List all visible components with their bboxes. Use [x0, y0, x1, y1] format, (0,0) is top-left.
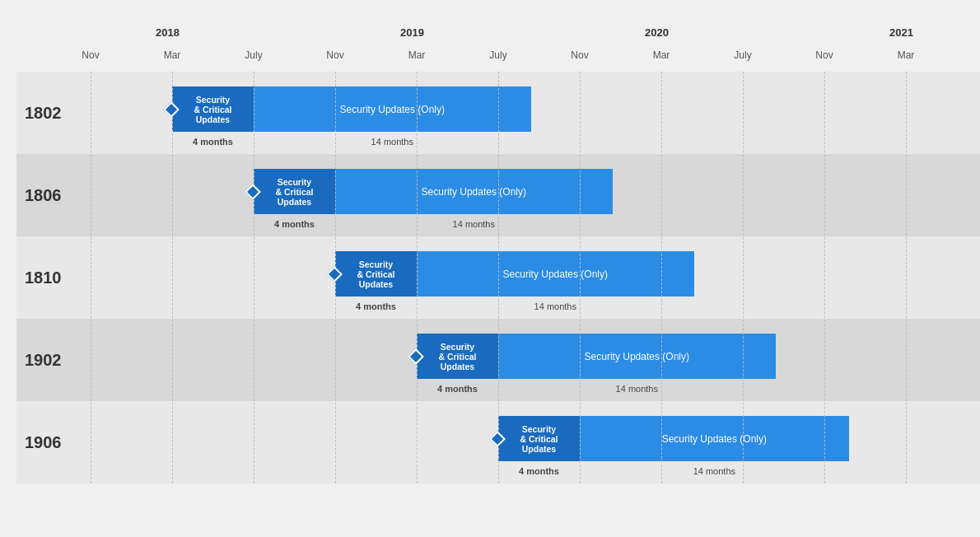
upd-bar-1902: Security Updates (Only)14 months: [498, 334, 776, 379]
year-label-2020: 2020: [645, 26, 669, 39]
diamond-1902: [408, 348, 424, 365]
vline-4: [417, 72, 418, 483]
sec-label-1810: 4 months: [335, 301, 417, 311]
vline-9: [824, 72, 825, 483]
vline-5: [498, 72, 499, 483]
year-label-2018: 2018: [156, 26, 180, 39]
vline-8: [743, 72, 744, 483]
sec-bar-1902: Security& CriticalUpdates4 months: [417, 334, 498, 379]
upd-bar-1810: Security Updates (Only)14 months: [417, 251, 694, 297]
sec-label-1906: 4 months: [498, 466, 580, 476]
sec-bar-1802: Security& CriticalUpdates4 months: [172, 86, 254, 132]
sec-bar-1810: Security& CriticalUpdates4 months: [335, 251, 417, 297]
year-label-2021: 2021: [889, 26, 913, 39]
upd-bar-1906: Security Updates (Only)14 months: [580, 416, 849, 461]
upd-label-1906: 14 months: [580, 466, 849, 476]
page: 1802 1806 1810 1902 1906 201820192020202…: [0, 0, 980, 537]
diamond-1810: [326, 266, 343, 283]
upd-bar-1806: Security Updates (Only)14 months: [335, 169, 613, 214]
row-label-1806: 1806: [16, 154, 91, 236]
upd-label-1802: 14 months: [254, 137, 531, 147]
row-labels: 1802 1806 1810 1902 1906: [16, 72, 91, 483]
month-label-9: Nov: [815, 49, 833, 61]
month-label-1: Mar: [164, 49, 181, 61]
vline-2: [254, 72, 254, 483]
gantt-row-1810: Security& CriticalUpdates4 monthsSecurit…: [91, 236, 980, 319]
month-label-5: July: [489, 49, 506, 61]
row-label-1802: 1802: [16, 72, 91, 154]
vline-10: [906, 72, 907, 483]
diamond-1906: [489, 431, 506, 447]
upd-label-1810: 14 months: [417, 301, 694, 311]
chart-area: 1802 1806 1810 1902 1906 201820192020202…: [16, 26, 964, 496]
diamond-1802: [163, 101, 180, 118]
month-label-2: July: [245, 49, 262, 61]
gantt-row-1906: Security& CriticalUpdates4 monthsSecurit…: [91, 401, 980, 483]
diamond-1806: [245, 184, 261, 200]
vline-6: [580, 72, 581, 483]
row-label-1810: 1810: [16, 236, 91, 319]
upd-label-1806: 14 months: [335, 219, 613, 229]
month-label-7: Mar: [653, 49, 670, 61]
month-label-4: Mar: [408, 49, 426, 61]
sec-label-1806: 4 months: [254, 219, 335, 229]
sec-bar-1906: Security& CriticalUpdates4 months: [498, 416, 580, 461]
month-label-10: Mar: [898, 49, 915, 61]
row-label-1902: 1902: [16, 319, 91, 401]
gantt-row-1806: Security& CriticalUpdates4 monthsSecurit…: [91, 154, 980, 236]
month-label-6: Nov: [571, 49, 588, 61]
upd-bar-1802: Security Updates (Only)14 months: [254, 86, 531, 132]
sec-bar-1806: Security& CriticalUpdates4 months: [254, 169, 335, 214]
vline-7: [661, 72, 662, 483]
year-label-2019: 2019: [400, 26, 424, 39]
timeline-header: 2018201920202021NovMarJulyNovMarJulyNovM…: [91, 26, 980, 72]
gantt-row-1802: Security& CriticalUpdates4 monthsSecurit…: [91, 72, 980, 154]
vline-1: [172, 72, 173, 483]
vline-0: [91, 72, 91, 483]
month-label-3: Nov: [326, 49, 343, 61]
sec-label-1802: 4 months: [172, 137, 254, 147]
month-label-0: Nov: [82, 49, 99, 61]
sec-label-1902: 4 months: [417, 384, 498, 394]
upd-label-1902: 14 months: [498, 384, 776, 394]
gantt-row-1902: Security& CriticalUpdates4 monthsSecurit…: [91, 319, 980, 401]
row-label-1906: 1906: [16, 401, 91, 483]
gantt-container: Security& CriticalUpdates4 monthsSecurit…: [91, 72, 980, 483]
month-label-8: July: [734, 49, 751, 61]
